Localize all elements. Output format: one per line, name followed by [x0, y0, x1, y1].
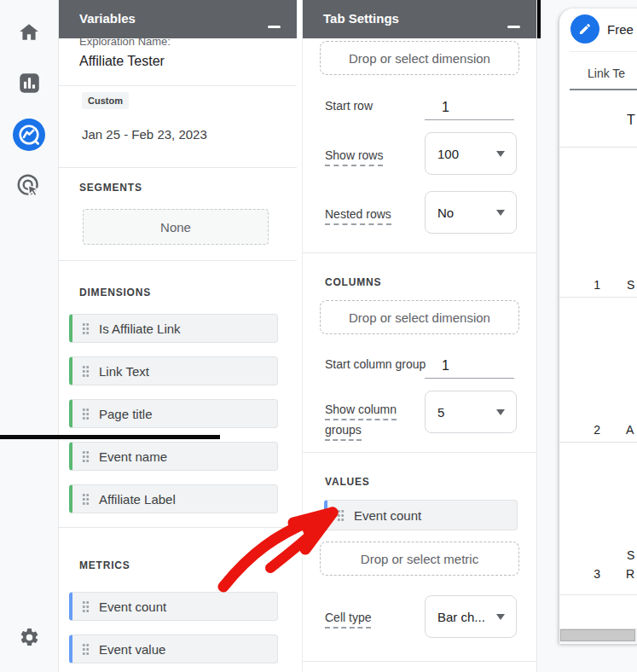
- nav-advertising[interactable]: [0, 172, 58, 200]
- drag-handle-icon: [82, 643, 90, 656]
- settings-gear-icon: [19, 627, 40, 648]
- variables-panel-title: Variables: [79, 11, 136, 26]
- tab-label: Free: [607, 22, 634, 37]
- show-column-groups-label: Show column groups: [325, 399, 397, 440]
- reports-icon: [18, 72, 41, 95]
- cell-type-dropdown[interactable]: Bar ch...: [425, 595, 517, 638]
- nav-explore-selected[interactable]: [0, 119, 58, 151]
- drag-handle-icon: [82, 600, 90, 613]
- drag-handle-icon: [337, 509, 345, 522]
- date-range-value: Jan 25 - Feb 23, 2023: [82, 127, 207, 142]
- drag-handle-icon: [82, 408, 90, 420]
- dropdown-caret-icon: [496, 409, 505, 415]
- row-number: 1: [585, 278, 600, 292]
- nested-rows-label: Nested rows: [325, 206, 391, 222]
- show-column-groups-value: 5: [437, 405, 444, 420]
- dimension-chip[interactable]: Is Affiliate Link: [69, 314, 278, 343]
- dimension-chip[interactable]: Link Text: [69, 356, 278, 385]
- dropzone-label: Drop or select metric: [361, 552, 478, 566]
- freeform-tab[interactable]: Free: [559, 9, 637, 51]
- explore-icon: [13, 119, 45, 151]
- show-rows-label: Show rows: [325, 148, 383, 163]
- ga4-explorations-screen: { "app": { "background": "#f8f9fa", "hea…: [0, 0, 637, 672]
- drag-handle-icon: [82, 493, 90, 506]
- dropdown-caret-icon: [496, 614, 505, 620]
- tab-settings-panel: Drop or select dimension Start row 1 Sho…: [302, 0, 537, 672]
- minimize-icon[interactable]: [507, 26, 520, 28]
- variables-panel: Exploration Name: Affiliate Tester Custo…: [58, 0, 297, 672]
- exploration-name-value[interactable]: Affiliate Tester: [79, 54, 165, 69]
- drag-handle-icon: [82, 322, 90, 335]
- date-badge: Custom: [82, 92, 129, 109]
- dropzone-label: Drop or select dimension: [349, 51, 490, 66]
- dimension-chip[interactable]: Page title: [69, 399, 278, 428]
- start-column-group-input[interactable]: 1: [425, 358, 514, 379]
- dropdown-caret-icon: [496, 151, 505, 157]
- nav-reports[interactable]: [0, 72, 58, 95]
- nav-home[interactable]: [0, 21, 58, 43]
- segments-none-dropzone[interactable]: None: [83, 209, 269, 245]
- home-icon: [18, 21, 40, 43]
- start-row-input[interactable]: 1: [425, 100, 514, 120]
- row-value: S: [627, 278, 634, 292]
- edit-tab-button[interactable]: [570, 14, 599, 43]
- table-column-header: Link Te: [588, 67, 625, 80]
- metric-chip[interactable]: Event value: [69, 634, 278, 663]
- dropdown-caret-icon: [496, 210, 505, 216]
- row-value: S: [627, 548, 634, 562]
- values-metric-dropzone[interactable]: Drop or select metric: [320, 542, 519, 576]
- row-number: 3: [585, 567, 600, 581]
- drag-handle-icon: [82, 450, 90, 463]
- pencil-icon: [578, 22, 592, 36]
- date-range-selector[interactable]: Jan 25 - Feb 23, 2023: [82, 127, 329, 142]
- segments-header: SEGMENTS: [79, 182, 142, 194]
- row-value: A: [626, 423, 634, 437]
- dimension-chip[interactable]: Event name: [69, 442, 278, 471]
- start-column-group-label: Start column group: [325, 357, 426, 371]
- dimensions-header: DIMENSIONS: [79, 287, 151, 298]
- tab-settings-panel-header: Tab Settings: [303, 0, 536, 38]
- drag-handle-icon: [82, 365, 90, 378]
- show-rows-value: 100: [437, 147, 459, 161]
- dropzone-label: Drop or select dimension: [349, 310, 490, 325]
- start-row-label: Start row: [325, 99, 373, 113]
- nav-rail: [0, 0, 58, 672]
- values-metric-chip[interactable]: Event count: [324, 500, 518, 530]
- nested-rows-value: No: [437, 206, 454, 220]
- metric-chip[interactable]: Event count: [69, 592, 278, 621]
- h-scrollbar-thumb[interactable]: [560, 629, 635, 641]
- show-column-groups-dropdown[interactable]: 5: [425, 391, 517, 433]
- table-header-divider: [570, 89, 637, 90]
- tab-settings-panel-title: Tab Settings: [323, 11, 399, 26]
- row-number: 2: [585, 423, 600, 437]
- rows-dimension-dropzone[interactable]: Drop or select dimension: [320, 41, 519, 75]
- show-rows-dropdown[interactable]: 100: [425, 132, 517, 175]
- metrics-header: METRICS: [79, 559, 130, 571]
- variables-panel-header: Variables: [59, 0, 297, 38]
- nav-settings[interactable]: [0, 627, 58, 648]
- totals-cell: T: [627, 113, 635, 128]
- header-edge-shadow: [537, 0, 541, 38]
- columns-header: COLUMNS: [325, 276, 381, 288]
- values-header: VALUES: [325, 476, 370, 488]
- nested-rows-dropdown[interactable]: No: [425, 191, 517, 234]
- dimension-chip[interactable]: Affiliate Label: [69, 484, 278, 513]
- visualization-canvas: Free Link Te T 1 S 2 A S 3 R: [559, 9, 637, 644]
- advertising-icon: [15, 172, 43, 200]
- annotation-black-line: [0, 435, 220, 439]
- cell-type-value: Bar ch...: [437, 610, 485, 624]
- columns-dimension-dropzone[interactable]: Drop or select dimension: [320, 300, 519, 334]
- row-value: R: [626, 567, 634, 581]
- segments-none-label: None: [160, 220, 191, 235]
- cell-type-label: Cell type: [325, 610, 371, 625]
- minimize-icon[interactable]: [268, 26, 281, 28]
